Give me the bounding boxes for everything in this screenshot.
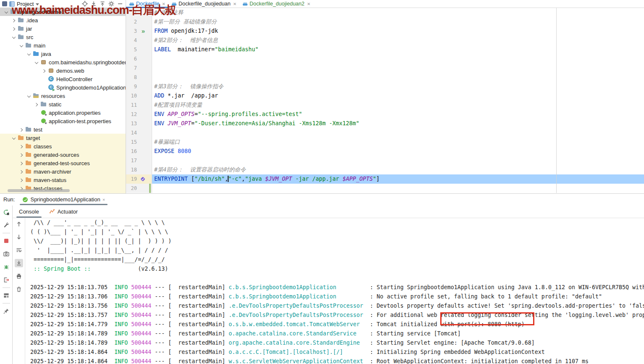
code-line[interactable] <box>152 54 644 63</box>
pin-icon[interactable] <box>2 307 11 315</box>
chevron-down-icon[interactable] <box>3 9 10 15</box>
chevron-right-icon[interactable] <box>18 152 25 158</box>
tree-item-springbootdemo1[interactable]: springbootdemo1 <box>0 8 126 16</box>
tree-item-static[interactable]: static <box>0 100 126 108</box>
tree-item-main[interactable]: main <box>0 41 126 50</box>
tree-item-maven-status[interactable]: maven-status <box>0 176 126 184</box>
hide-panel-icon[interactable] <box>117 0 124 7</box>
wrench-icon[interactable] <box>2 221 11 229</box>
code-line[interactable]: #第2部分： 维护者信息 <box>152 36 644 45</box>
code-line[interactable]: FROM openjdk:17-jdk <box>152 26 644 36</box>
code-line[interactable]: #第4部分： 设置容器启动时的命令 <box>152 165 644 174</box>
chevron-down-icon[interactable] <box>11 135 17 141</box>
close-icon[interactable]: ✕ <box>233 2 237 6</box>
code-line[interactable]: ENV APP_OPTS="--spring.profiles.active=t… <box>152 110 644 119</box>
code-line[interactable] <box>152 156 644 165</box>
locate-icon[interactable] <box>81 0 88 7</box>
tree-item-hellocontroller[interactable]: HelloController <box>0 75 126 83</box>
scroll-to-end-icon[interactable] <box>15 259 23 267</box>
rerun-icon[interactable] <box>2 208 11 216</box>
tree-item-application-test-properties[interactable]: application-test.properties <box>0 117 126 125</box>
exit-icon[interactable] <box>2 276 11 284</box>
settings-gear-icon[interactable] <box>108 0 115 7</box>
banner-line: /\\ / ___'_ __ _ _(_)_ __ __ _ \ \ \ \ <box>30 218 644 227</box>
tree-item-idea[interactable]: .idea <box>0 16 126 24</box>
code-line[interactable]: # 用来注释 <box>152 8 644 17</box>
code-line[interactable]: #第3部分： 镜像操作指令 <box>152 82 644 91</box>
chevron-down-icon[interactable] <box>26 93 32 99</box>
close-icon[interactable]: ✕ <box>162 2 166 6</box>
tree-item-generated-test-sources[interactable]: generated-test-sources <box>0 159 126 167</box>
clear-icon[interactable] <box>15 285 23 293</box>
gutter-line-1: 1 <box>126 8 152 17</box>
camera-icon[interactable] <box>2 250 11 258</box>
console-output[interactable]: /\\ / ___'_ __ _ _(_)_ __ __ _ \ \ \ \( … <box>25 218 644 364</box>
tree-item-test[interactable]: test <box>0 125 126 134</box>
chevron-right-icon[interactable] <box>18 143 25 150</box>
code-line[interactable]: #配置项目环境变量 <box>152 100 644 110</box>
tree-item-maven-archiver[interactable]: maven-archiver <box>0 167 126 176</box>
tree-item-springbootdemo1application[interactable]: Springbootdemo1Application <box>0 83 126 92</box>
tree-horizontal-scrollbar[interactable] <box>8 189 70 192</box>
tree-item-generated-sources[interactable]: generated-sources <box>0 150 126 159</box>
up-icon[interactable] <box>15 220 23 228</box>
chevron-down-icon[interactable] <box>11 34 17 40</box>
chevron-right-icon[interactable] <box>18 169 25 175</box>
code-line[interactable]: #暴漏端口 <box>152 137 644 147</box>
layout-icon[interactable] <box>2 291 11 300</box>
editor-tab-dockerfile-duojieduan[interactable]: Dockerfile_duojieduan✕ <box>168 0 239 8</box>
code-line[interactable] <box>152 184 644 193</box>
stop-icon[interactable] <box>2 237 11 245</box>
code-line[interactable]: #第一部分 基础镜像部分 <box>152 17 644 26</box>
chevron-down-icon[interactable] <box>34 59 40 66</box>
chevron-right-icon[interactable] <box>34 101 40 108</box>
tree-item-classes[interactable]: classes <box>0 142 126 150</box>
editor-tab-label: Dockerfile_duojieduan <box>179 1 231 7</box>
gutter-action-icon[interactable] <box>139 176 147 182</box>
chevron-right-icon[interactable] <box>18 177 25 183</box>
run-line-icon[interactable]: » <box>139 28 147 34</box>
tree-item-com-baimeidashu-springbootdemo1[interactable]: com.baimeidashu.springbootdemo1 <box>0 58 126 66</box>
chevron-right-icon[interactable] <box>18 127 25 133</box>
project-panel-title[interactable]: Project <box>17 1 34 7</box>
tab-actuator[interactable]: Actuator <box>45 206 82 218</box>
close-icon[interactable]: × <box>103 197 105 202</box>
expand-all-icon[interactable] <box>90 0 97 7</box>
tree-item-jar[interactable]: jar <box>0 24 126 33</box>
tree-item-resources[interactable]: resources <box>0 92 126 100</box>
collapse-all-icon[interactable] <box>99 0 106 7</box>
print-icon[interactable] <box>15 272 23 280</box>
soft-wrap-icon[interactable] <box>15 246 23 254</box>
tree-item-java[interactable]: java <box>0 50 126 58</box>
chevron-down-icon[interactable] <box>36 3 39 5</box>
run-configuration-tab[interactable]: Springbootdemo1Application × <box>20 194 108 205</box>
code-line[interactable]: ENV JVM_OPT="-Duser.timezone=Asia/Shangh… <box>152 119 644 128</box>
tree-item-label: resources <box>41 93 65 99</box>
folder-icon <box>25 126 32 133</box>
tree-item-target[interactable]: target <box>0 134 126 142</box>
editor[interactable]: 1# 用来注释2#第一部分 基础镜像部分3»FROM openjdk:17-jd… <box>126 8 644 193</box>
down-icon[interactable] <box>15 233 23 241</box>
code-line[interactable]: LABEL mainatiner="baimeidashu" <box>152 45 644 54</box>
code-line[interactable] <box>152 63 644 73</box>
tree-item-application-properties[interactable]: application.properties <box>0 108 126 117</box>
editor-tab-dockerfile-duojieduan2[interactable]: Dockerfile_duojieduan2✕ <box>239 0 313 8</box>
code-line[interactable]: EXPOSE 8080 <box>152 147 644 156</box>
close-icon[interactable]: ✕ <box>307 2 310 6</box>
chevron-right-icon[interactable] <box>41 68 47 74</box>
debug-icon[interactable] <box>2 263 11 271</box>
chevron-down-icon[interactable] <box>26 51 32 57</box>
chevron-right-icon[interactable] <box>11 17 17 24</box>
chevron-right-icon[interactable] <box>18 160 25 166</box>
chevron-down-icon[interactable] <box>18 42 25 49</box>
editor-tab-dockerfile[interactable]: Dockerfile✕ <box>126 0 168 8</box>
code-line[interactable]: ADD *.jar /app.jar <box>152 91 644 100</box>
code-line[interactable] <box>152 128 644 137</box>
tree-item-demos-web[interactable]: demos.web <box>0 66 126 75</box>
tab-console[interactable]: Console <box>15 206 43 218</box>
tree-item-src[interactable]: src <box>0 33 126 41</box>
tool-window-icon[interactable] <box>2 1 7 6</box>
code-line[interactable] <box>152 73 644 82</box>
chevron-right-icon[interactable] <box>11 26 17 32</box>
code-line[interactable]: ENTRYPOINT ["/bin/sh","-c","java $JVM_OP… <box>152 174 644 184</box>
